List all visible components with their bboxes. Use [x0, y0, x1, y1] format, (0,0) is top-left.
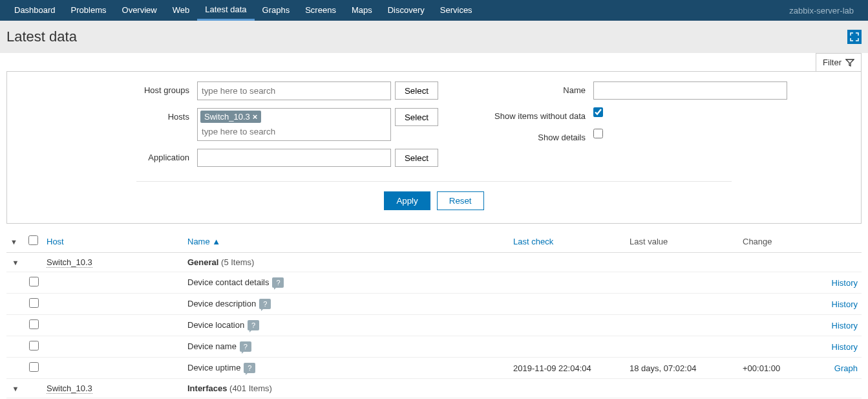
nav-latest-data[interactable]: Latest data [197, 0, 254, 21]
item-checkbox[interactable] [29, 298, 39, 308]
item-action-link[interactable]: History [832, 299, 858, 309]
name-input[interactable] [593, 81, 787, 100]
show-without-data-checkbox[interactable] [593, 107, 603, 117]
item-checkbox[interactable] [29, 341, 39, 350]
item-row: Device uptime?2019-11-09 22:04:0418 days… [6, 358, 862, 379]
help-icon[interactable]: ? [244, 363, 255, 373]
show-details-label: Show details [477, 129, 593, 142]
application-select-button[interactable]: Select [395, 149, 438, 167]
item-row: Device location?History [6, 315, 862, 336]
host-link[interactable]: Switch_10.3 [47, 257, 92, 268]
item-action-link[interactable]: History [832, 321, 858, 330]
item-change [739, 315, 823, 336]
item-last-value [626, 315, 739, 336]
col-last-check[interactable]: Last check [509, 230, 626, 253]
application-name: Interfaces [187, 383, 227, 393]
item-row: Device name?History [6, 336, 862, 358]
host-link[interactable]: Switch_10.3 [47, 383, 92, 394]
item-change [739, 294, 823, 315]
show-details-checkbox[interactable] [593, 129, 603, 138]
group-row: ▼Switch_10.3Interfaces (401 Items) [6, 379, 862, 398]
item-last-check: 2019-11-09 22:04:04 [509, 358, 626, 379]
show-without-data-label: Show items without data [477, 107, 593, 121]
item-action-link[interactable]: History [832, 342, 858, 352]
filter-tab[interactable]: Filter [816, 53, 862, 71]
item-count: (401 Items) [229, 383, 272, 393]
nav-screens[interactable]: Screens [297, 0, 344, 21]
item-checkbox[interactable] [29, 362, 39, 372]
item-row: Device description?History [6, 294, 862, 315]
collapse-all-icon[interactable]: ▼ [10, 238, 17, 246]
item-last-check [509, 336, 626, 358]
host-groups-label: Host groups [81, 81, 197, 95]
fullscreen-button[interactable] [847, 30, 862, 44]
col-change: Change [739, 230, 823, 253]
nav-graphs[interactable]: Graphs [255, 0, 298, 21]
item-action-link[interactable]: Graph [834, 363, 858, 373]
item-last-value [626, 294, 739, 315]
collapse-group-icon[interactable]: ▼ [12, 259, 19, 266]
item-count: (5 Items) [221, 257, 254, 267]
item-last-value [626, 272, 739, 294]
reset-button[interactable]: Reset [437, 191, 484, 210]
nav-dashboard[interactable]: Dashboard [6, 0, 63, 21]
item-name: Device location [187, 320, 244, 330]
col-name[interactable]: Name ▲ [184, 230, 509, 253]
item-last-value [626, 336, 739, 358]
filter-panel: Host groups Select Hosts Switch_10.3× Se… [6, 71, 862, 224]
help-icon[interactable]: ? [248, 320, 259, 330]
item-checkbox[interactable] [29, 277, 39, 286]
item-change [739, 272, 823, 294]
hosts-input[interactable]: Switch_10.3× [197, 108, 391, 141]
item-last-check [509, 272, 626, 294]
nav-problems[interactable]: Problems [63, 0, 114, 21]
item-action-link[interactable]: History [832, 278, 858, 288]
filter-tab-label: Filter [823, 58, 842, 67]
host-groups-input[interactable] [197, 81, 391, 100]
select-all-checkbox[interactable] [28, 235, 38, 245]
item-checkbox[interactable] [29, 319, 39, 329]
name-label: Name [477, 81, 593, 95]
hosts-search[interactable] [200, 125, 388, 138]
server-name: zabbix-server-lab [781, 6, 862, 16]
nav-overview[interactable]: Overview [114, 0, 165, 21]
item-name: Device uptime [187, 363, 240, 372]
data-table: ▼ Host Name ▲ Last check Last value Chan… [6, 230, 862, 399]
hosts-label: Hosts [81, 108, 197, 122]
application-name: General [187, 257, 218, 267]
item-name: Device description [187, 299, 256, 308]
item-last-check [509, 294, 626, 315]
nav-maps[interactable]: Maps [344, 0, 380, 21]
group-row: ▼Switch_10.3General (5 Items) [6, 253, 862, 272]
item-name: Device name [187, 341, 237, 351]
host-groups-search[interactable] [200, 84, 388, 98]
apply-button[interactable]: Apply [384, 191, 430, 210]
item-row: Device contact details?History [6, 272, 862, 294]
page-title: Latest data [6, 28, 77, 45]
application-input[interactable] [197, 149, 391, 167]
application-label: Application [81, 149, 197, 162]
page-header: Latest data [0, 21, 868, 53]
nav-services[interactable]: Services [432, 0, 480, 21]
help-icon[interactable]: ? [259, 299, 271, 309]
filter-icon [845, 58, 854, 67]
item-change [739, 336, 823, 358]
host-groups-select-button[interactable]: Select [395, 81, 438, 100]
top-nav: DashboardProblemsOverviewWebLatest dataG… [0, 0, 868, 21]
host-tag[interactable]: Switch_10.3× [200, 111, 261, 123]
item-last-check [509, 315, 626, 336]
col-last-value: Last value [626, 230, 739, 253]
nav-web[interactable]: Web [165, 0, 198, 21]
sort-asc-icon: ▲ [212, 237, 220, 246]
tag-remove-icon[interactable]: × [253, 112, 258, 122]
help-icon[interactable]: ? [240, 341, 251, 352]
help-icon[interactable]: ? [272, 277, 284, 288]
hosts-select-button[interactable]: Select [395, 108, 438, 126]
nav-discovery[interactable]: Discovery [380, 0, 432, 21]
col-host[interactable]: Host [43, 230, 184, 253]
item-last-value: 18 days, 07:02:04 [626, 358, 739, 379]
item-change: +00:01:00 [739, 358, 823, 379]
item-name: Device contact details [187, 277, 269, 287]
collapse-group-icon[interactable]: ▼ [12, 385, 19, 393]
